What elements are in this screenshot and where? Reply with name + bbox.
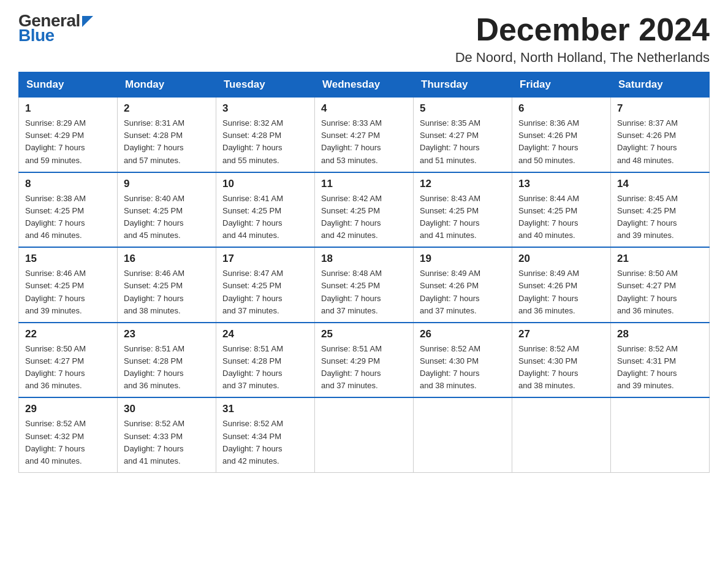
day-number: 4 [321,102,407,115]
day-number: 10 [222,178,308,190]
day-info: Sunrise: 8:33 AM Sunset: 4:27 PM Dayligh… [321,117,407,167]
calendar-cell: 20Sunrise: 8:49 AM Sunset: 4:26 PM Dayli… [512,247,611,323]
day-info: Sunrise: 8:48 AM Sunset: 4:25 PM Dayligh… [321,267,407,317]
calendar-cell: 10Sunrise: 8:41 AM Sunset: 4:25 PM Dayli… [216,172,315,248]
day-info: Sunrise: 8:51 AM Sunset: 4:28 PM Dayligh… [222,343,308,393]
day-info: Sunrise: 8:46 AM Sunset: 4:25 PM Dayligh… [124,267,210,317]
day-info: Sunrise: 8:52 AM Sunset: 4:31 PM Dayligh… [617,343,703,393]
calendar-cell: 24Sunrise: 8:51 AM Sunset: 4:28 PM Dayli… [216,323,315,398]
calendar-cell: 17Sunrise: 8:47 AM Sunset: 4:25 PM Dayli… [216,247,315,323]
day-info: Sunrise: 8:38 AM Sunset: 4:25 PM Dayligh… [25,193,111,242]
weekday-header-saturday: Saturday [611,72,710,98]
day-number: 23 [124,328,210,340]
day-number: 28 [617,328,703,340]
calendar-cell: 30Sunrise: 8:52 AM Sunset: 4:33 PM Dayli… [118,397,216,472]
calendar-cell [611,397,710,472]
day-number: 21 [617,253,703,265]
calendar-cell: 4Sunrise: 8:33 AM Sunset: 4:27 PM Daylig… [315,98,414,172]
calendar-cell: 5Sunrise: 8:35 AM Sunset: 4:27 PM Daylig… [414,98,512,172]
day-number: 27 [518,328,604,340]
svg-marker-0 [82,16,93,27]
calendar-week-row: 22Sunrise: 8:50 AM Sunset: 4:27 PM Dayli… [19,323,710,398]
weekday-header-wednesday: Wednesday [315,72,414,98]
calendar-cell: 11Sunrise: 8:42 AM Sunset: 4:25 PM Dayli… [315,172,414,248]
calendar-cell: 7Sunrise: 8:37 AM Sunset: 4:26 PM Daylig… [611,98,710,172]
day-number: 24 [222,328,308,340]
weekday-header-friday: Friday [512,72,611,98]
day-number: 31 [222,403,308,415]
day-info: Sunrise: 8:45 AM Sunset: 4:25 PM Dayligh… [617,193,703,242]
calendar-cell: 18Sunrise: 8:48 AM Sunset: 4:25 PM Dayli… [315,247,414,323]
calendar-cell: 15Sunrise: 8:46 AM Sunset: 4:25 PM Dayli… [19,247,118,323]
calendar-cell: 13Sunrise: 8:44 AM Sunset: 4:25 PM Dayli… [512,172,611,248]
day-number: 13 [518,178,604,190]
day-number: 15 [25,253,111,265]
calendar-cell: 23Sunrise: 8:51 AM Sunset: 4:28 PM Dayli… [118,323,216,398]
calendar-week-row: 1Sunrise: 8:29 AM Sunset: 4:29 PM Daylig… [19,98,710,172]
day-info: Sunrise: 8:29 AM Sunset: 4:29 PM Dayligh… [25,117,111,167]
day-number: 20 [518,253,604,265]
header: General Blue December 2024 De Noord, Nor… [18,12,710,66]
calendar-cell: 8Sunrise: 8:38 AM Sunset: 4:25 PM Daylig… [19,172,118,248]
weekday-header-thursday: Thursday [414,72,512,98]
calendar-week-row: 15Sunrise: 8:46 AM Sunset: 4:25 PM Dayli… [19,247,710,323]
calendar-cell: 6Sunrise: 8:36 AM Sunset: 4:26 PM Daylig… [512,98,611,172]
day-number: 19 [420,253,506,265]
day-number: 11 [321,178,407,190]
calendar-cell [512,397,611,472]
weekday-header-tuesday: Tuesday [216,72,315,98]
day-number: 6 [518,102,604,115]
day-info: Sunrise: 8:32 AM Sunset: 4:28 PM Dayligh… [222,117,308,167]
calendar-week-row: 29Sunrise: 8:52 AM Sunset: 4:32 PM Dayli… [19,397,710,472]
calendar-cell: 14Sunrise: 8:45 AM Sunset: 4:25 PM Dayli… [611,172,710,248]
day-number: 12 [420,178,506,190]
day-info: Sunrise: 8:44 AM Sunset: 4:25 PM Dayligh… [518,193,604,242]
logo-blue-text: Blue [18,27,55,44]
day-number: 26 [420,328,506,340]
day-number: 3 [222,102,308,115]
page-title: December 2024 [455,12,710,47]
day-number: 22 [25,328,111,340]
calendar-cell: 3Sunrise: 8:32 AM Sunset: 4:28 PM Daylig… [216,98,315,172]
calendar-cell: 26Sunrise: 8:52 AM Sunset: 4:30 PM Dayli… [414,323,512,398]
day-info: Sunrise: 8:51 AM Sunset: 4:28 PM Dayligh… [124,343,210,393]
page-subtitle: De Noord, North Holland, The Netherlands [455,50,710,66]
day-number: 17 [222,253,308,265]
calendar-cell: 29Sunrise: 8:52 AM Sunset: 4:32 PM Dayli… [19,397,118,472]
calendar-cell: 9Sunrise: 8:40 AM Sunset: 4:25 PM Daylig… [118,172,216,248]
day-info: Sunrise: 8:51 AM Sunset: 4:29 PM Dayligh… [321,343,407,393]
day-number: 14 [617,178,703,190]
title-block: December 2024 De Noord, North Holland, T… [455,12,710,66]
day-info: Sunrise: 8:31 AM Sunset: 4:28 PM Dayligh… [124,117,210,167]
day-number: 18 [321,253,407,265]
calendar-cell [315,397,414,472]
day-info: Sunrise: 8:43 AM Sunset: 4:25 PM Dayligh… [420,193,506,242]
day-number: 2 [124,102,210,115]
day-info: Sunrise: 8:50 AM Sunset: 4:27 PM Dayligh… [25,343,111,393]
day-number: 8 [25,178,111,190]
day-number: 5 [420,102,506,115]
day-info: Sunrise: 8:52 AM Sunset: 4:34 PM Dayligh… [222,418,308,467]
calendar-cell: 22Sunrise: 8:50 AM Sunset: 4:27 PM Dayli… [19,323,118,398]
calendar-cell: 19Sunrise: 8:49 AM Sunset: 4:26 PM Dayli… [414,247,512,323]
calendar-cell: 31Sunrise: 8:52 AM Sunset: 4:34 PM Dayli… [216,397,315,472]
day-info: Sunrise: 8:52 AM Sunset: 4:32 PM Dayligh… [25,418,111,467]
day-info: Sunrise: 8:42 AM Sunset: 4:25 PM Dayligh… [321,193,407,242]
calendar-cell: 1Sunrise: 8:29 AM Sunset: 4:29 PM Daylig… [19,98,118,172]
calendar-cell: 25Sunrise: 8:51 AM Sunset: 4:29 PM Dayli… [315,323,414,398]
day-number: 30 [124,403,210,415]
calendar-cell: 27Sunrise: 8:52 AM Sunset: 4:30 PM Dayli… [512,323,611,398]
day-info: Sunrise: 8:49 AM Sunset: 4:26 PM Dayligh… [420,267,506,317]
day-number: 16 [124,253,210,265]
day-info: Sunrise: 8:50 AM Sunset: 4:27 PM Dayligh… [617,267,703,317]
calendar-cell: 12Sunrise: 8:43 AM Sunset: 4:25 PM Dayli… [414,172,512,248]
day-number: 7 [617,102,703,115]
weekday-header-sunday: Sunday [19,72,118,98]
day-info: Sunrise: 8:52 AM Sunset: 4:30 PM Dayligh… [518,343,604,393]
logo-triangle-icon [82,16,93,27]
calendar-week-row: 8Sunrise: 8:38 AM Sunset: 4:25 PM Daylig… [19,172,710,248]
day-number: 1 [25,102,111,115]
day-info: Sunrise: 8:36 AM Sunset: 4:26 PM Dayligh… [518,117,604,167]
logo: General Blue [18,12,93,44]
day-info: Sunrise: 8:46 AM Sunset: 4:25 PM Dayligh… [25,267,111,317]
